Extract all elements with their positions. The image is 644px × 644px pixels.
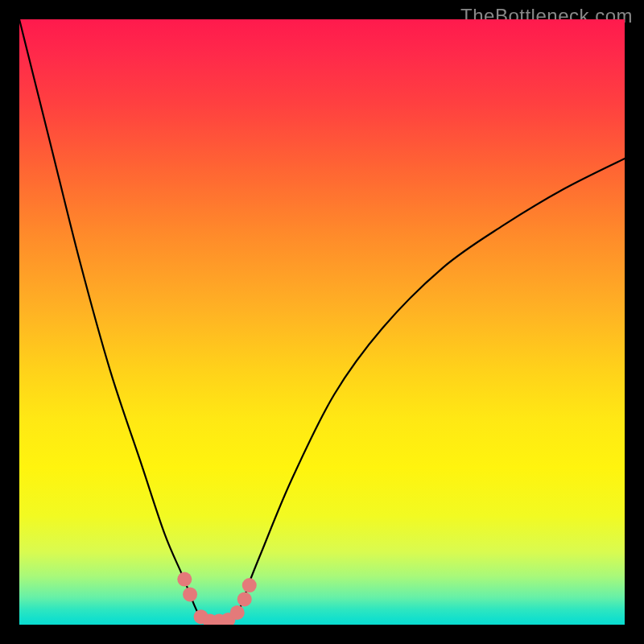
marker-dot (242, 578, 257, 592)
chart-frame: TheBottleneck.com (0, 0, 644, 644)
marker-dot (183, 587, 197, 601)
marker-dot (237, 592, 252, 606)
marker-dot (230, 605, 245, 620)
marker-dot (177, 572, 192, 587)
minimum-markers (177, 572, 256, 625)
chart-plot-area (19, 19, 625, 625)
chart-svg (19, 19, 625, 625)
bottleneck-curve (19, 19, 625, 625)
